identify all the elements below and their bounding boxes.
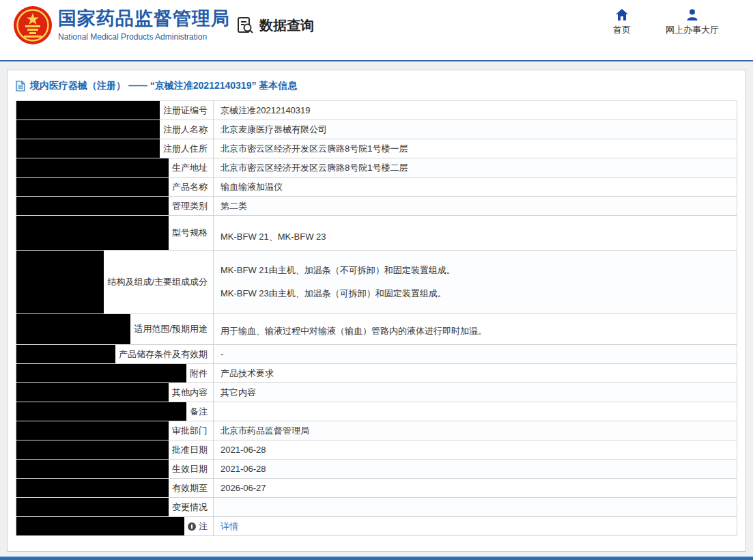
row-value: 第二类 <box>221 201 247 211</box>
table-row: 审批部门北京市药品监督管理局 <box>16 421 737 440</box>
row-label: 变更情况 <box>172 501 208 514</box>
row-value-cell <box>214 498 737 517</box>
row-value-cell <box>214 402 737 421</box>
info-table-body: 注册证编号京械注准20212140319注册人名称北京麦康医疗器械有限公司注册人… <box>16 101 737 536</box>
top-nav: 首页 网上办事大厅 <box>610 8 719 36</box>
row-label-cell: 型号规格 <box>16 216 214 251</box>
row-label: 附件 <box>190 367 208 380</box>
page-title-text: 境内医疗器械（注册） —— “京械注准20212140319” 基本信息 <box>30 80 297 92</box>
row-label-cell: 审批部门 <box>16 421 214 440</box>
row-label-cell: 注册人住所 <box>16 139 214 158</box>
row-label-cell: 结构及组成/主要组成成分 <box>16 251 214 314</box>
row-value-cell: 第二类 <box>214 197 737 216</box>
info-table: 注册证编号京械注准20212140319注册人名称北京麦康医疗器械有限公司注册人… <box>16 100 737 536</box>
home-icon <box>615 8 629 21</box>
row-value-cell: 输血输液加温仪 <box>214 178 737 197</box>
row-value: 2026-06-27 <box>221 483 266 493</box>
row-value-cell: 用于输血、输液过程中对输液（输血）管路内的液体进行即时加温。 <box>214 314 737 345</box>
table-row: 适用范围/预期用途用于输血、输液过程中对输液（输血）管路内的液体进行即时加温。 <box>16 314 737 345</box>
table-row: 变更情况 <box>16 498 737 517</box>
row-value: MK-BFW 21由主机、加温条（不可拆卸）和固定装置组成。 <box>221 264 730 277</box>
data-query-tab[interactable]: 数据查询 <box>236 16 314 35</box>
row-value-cell: 2026-06-27 <box>214 479 737 498</box>
row-label: 产品名称 <box>172 181 208 193</box>
row-value: - <box>221 349 223 359</box>
row-value-cell: 北京市密云区经济开发区云腾路8号院1号楼一层 <box>214 139 737 158</box>
row-value-cell: - <box>214 345 737 364</box>
table-row: 注册证编号京械注准20212140319 <box>16 101 737 120</box>
page: 国家药品监督管理局 National Medical Products Admi… <box>0 0 753 61</box>
row-value: 北京市药品监督管理局 <box>221 425 309 436</box>
row-value: 产品技术要求 <box>221 368 274 378</box>
nav-item-home[interactable]: 首页 <box>610 8 634 36</box>
table-row: 管理类别第二类 <box>16 197 737 216</box>
org-name-en: National Medical Products Administration <box>58 32 230 42</box>
data-query-label: 数据查询 <box>259 16 314 35</box>
table-row: 结构及组成/主要组成成分MK-BFW 21由主机、加温条（不可拆卸）和固定装置组… <box>16 251 737 314</box>
row-label-cell: 管理类别 <box>16 197 214 216</box>
table-row: 生效日期2021-06-28 <box>16 460 737 479</box>
row-value: 输血输液加温仪 <box>221 182 283 192</box>
row-label: 批准日期 <box>172 444 208 456</box>
row-value-cell: MK-BFW 21由主机、加温条（不可拆卸）和固定装置组成。MK-BFW 23由… <box>214 251 737 314</box>
row-label-cell: 附件 <box>16 364 214 383</box>
row-value: 北京市密云区经济开发区云腾路8号院1号楼二层 <box>221 163 408 173</box>
row-value-cell: 北京市药品监督管理局 <box>214 421 737 440</box>
table-row: 有效期至2026-06-27 <box>16 479 737 498</box>
row-label: 注册人名称 <box>163 124 208 136</box>
table-row: 产品储存条件及有效期- <box>16 345 737 364</box>
row-label-cell: 产品名称 <box>16 178 214 197</box>
note-icon <box>188 522 196 531</box>
page-title: 境内医疗器械（注册） —— “京械注准20212140319” 基本信息 <box>8 70 745 100</box>
row-value: MK-BFW 21、MK-BFW 23 <box>221 231 730 243</box>
row-label: 审批部门 <box>172 425 208 437</box>
table-row: 注详情 <box>16 517 737 536</box>
row-label-cell: 生产地址 <box>16 158 214 178</box>
row-label-cell: 变更情况 <box>16 498 214 517</box>
row-label: 产品储存条件及有效期 <box>119 348 208 361</box>
table-row: 附件产品技术要求 <box>16 364 737 383</box>
row-value-cell: 2021-06-28 <box>214 460 737 479</box>
nav-home-label: 首页 <box>613 24 631 36</box>
row-label: 适用范围/预期用途 <box>134 323 208 335</box>
row-label-cell: 有效期至 <box>16 479 214 498</box>
table-row: 注册人名称北京麦康医疗器械有限公司 <box>16 120 737 139</box>
row-label-cell: 生效日期 <box>16 460 214 479</box>
row-value-cell: 其它内容 <box>214 383 737 402</box>
row-value-cell: 详情 <box>214 517 737 536</box>
row-label: 其他内容 <box>172 387 208 399</box>
row-label-cell: 批准日期 <box>16 440 214 460</box>
nav-item-service-hall[interactable]: 网上办事大厅 <box>666 8 719 36</box>
row-label: 结构及组成/主要组成成分 <box>107 276 208 288</box>
row-value: 北京麦康医疗器械有限公司 <box>221 124 327 135</box>
row-value: 北京市密云区经济开发区云腾路8号院1号楼一层 <box>221 143 408 154</box>
row-value-cell: 京械注准20212140319 <box>214 101 737 120</box>
org-names: 国家药品监督管理局 National Medical Products Admi… <box>58 9 230 42</box>
row-value-cell: 北京市密云区经济开发区云腾路8号院1号楼二层 <box>214 158 737 178</box>
table-row: 其他内容其它内容 <box>16 383 737 402</box>
org-name-cn: 国家药品监督管理局 <box>58 9 230 29</box>
row-label-cell: 注 <box>16 517 214 536</box>
footer-bar <box>0 557 753 560</box>
row-label: 注册人住所 <box>163 143 208 155</box>
row-value: 京械注准20212140319 <box>221 105 311 115</box>
site-header: 国家药品监督管理局 National Medical Products Admi… <box>0 0 753 61</box>
table-row: 批准日期2021-06-28 <box>16 440 737 460</box>
row-label: 注 <box>199 520 208 533</box>
nmpa-logo: 国家药品监督管理局 National Medical Products Admi… <box>14 6 230 44</box>
row-value: 用于输血、输液过程中对输液（输血）管路内的液体进行即时加温。 <box>221 325 730 337</box>
row-value: 2021-06-28 <box>221 464 266 474</box>
row-value-cell: MK-BFW 21、MK-BFW 23 <box>214 216 737 251</box>
row-value-cell: 北京麦康医疗器械有限公司 <box>214 120 737 139</box>
detail-link[interactable]: 详情 <box>221 521 238 531</box>
row-label: 有效期至 <box>172 482 208 494</box>
row-label: 管理类别 <box>172 200 208 212</box>
document-icon <box>16 81 25 92</box>
row-value: 2021-06-28 <box>221 445 266 455</box>
row-label-cell: 产品储存条件及有效期 <box>16 345 214 364</box>
row-label: 备注 <box>190 406 208 418</box>
row-label: 注册证编号 <box>163 104 208 117</box>
user-icon <box>685 8 699 21</box>
nav-service-hall-label: 网上办事大厅 <box>666 24 719 36</box>
row-value: MK-BFW 23由主机、加温条（可拆卸）和固定装置组成。 <box>221 288 730 300</box>
